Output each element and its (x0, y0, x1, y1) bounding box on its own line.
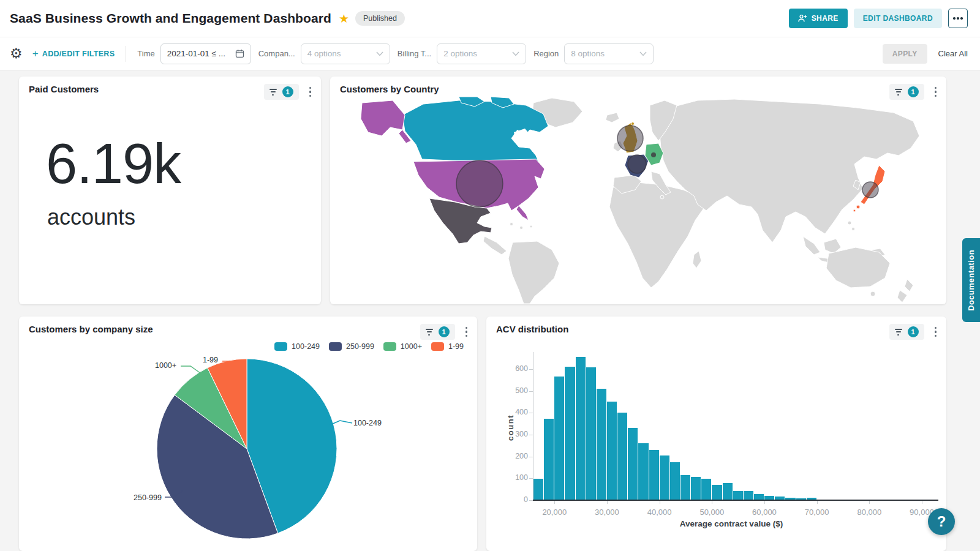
histogram-bar-52000[interactable] (723, 483, 733, 500)
region-value: 8 options (571, 49, 639, 58)
add-edit-filters-button[interactable]: + ADD/EDIT FILTERS (32, 48, 115, 60)
histogram-bar-46000[interactable] (691, 477, 701, 500)
card-title-paid-customers: Paid Customers (29, 84, 99, 94)
filter-funnel-icon (270, 89, 277, 96)
more-options-button[interactable] (948, 9, 968, 28)
widget-filter-indicator[interactable]: 1 (420, 324, 455, 340)
filter-settings-gear-icon[interactable]: ⚙ (10, 47, 23, 61)
card-title-acv-distribution: ACV distribution (496, 324, 568, 334)
y-tick-label: 300 (503, 430, 528, 438)
widget-menu-kebab[interactable] (933, 324, 938, 340)
histogram-bar-24000[interactable] (576, 357, 586, 500)
pie-chart[interactable] (156, 358, 337, 539)
legend-swatch (274, 342, 287, 351)
histogram-bar-36000[interactable] (638, 443, 648, 500)
region-select[interactable]: 8 options (564, 43, 654, 64)
legend-item-100-249[interactable]: 100-249 (274, 342, 320, 351)
widget-filter-indicator[interactable]: 1 (889, 324, 924, 340)
pie-legend: 100-249250-9991000+1-99 (274, 342, 464, 351)
histogram-bar-40000[interactable] (660, 455, 669, 500)
legend-label: 100-249 (292, 342, 320, 351)
histogram-bar-28000[interactable] (597, 389, 606, 500)
x-tick-label: 60,000 (752, 508, 777, 517)
bubble-france[interactable] (628, 155, 646, 173)
company-size-select[interactable]: 4 options (301, 43, 390, 64)
dot (953, 17, 956, 20)
pie-label-250-999: 250-999 (134, 493, 162, 502)
bubble-germany[interactable] (651, 152, 656, 157)
card-title-company-size: Customers by company size (29, 324, 153, 334)
y-tick-label: 200 (503, 452, 528, 460)
bubble-usa[interactable] (456, 160, 503, 207)
dot (957, 17, 959, 20)
filter-funnel-icon (426, 329, 433, 335)
legend-item-1000+[interactable]: 1000+ (383, 342, 422, 351)
pie-leader-line (222, 359, 246, 374)
country-florida (516, 206, 529, 220)
bubble-japan[interactable] (862, 182, 878, 198)
y-tick-label: 0 (503, 495, 528, 504)
documentation-tab[interactable]: Documentation (962, 238, 980, 322)
widget-filter-indicator[interactable]: 1 (264, 84, 299, 100)
billing-type-value: 2 options (443, 49, 512, 58)
histogram-bar-26000[interactable] (586, 367, 596, 500)
help-button[interactable]: ? (928, 508, 955, 535)
histogram-bar-50000[interactable] (712, 485, 722, 500)
plus-icon: + (32, 48, 39, 60)
widget-menu-kebab[interactable] (308, 84, 313, 100)
clear-all-button[interactable]: Clear All (938, 49, 968, 58)
histogram-bar-42000[interactable] (670, 462, 680, 500)
histogram-bar-48000[interactable] (701, 479, 711, 500)
y-tick-label: 100 (503, 473, 528, 482)
favorite-star-icon[interactable]: ★ (339, 12, 349, 26)
share-button[interactable]: SHARE (789, 9, 848, 28)
histogram-bar-22000[interactable] (565, 367, 575, 500)
histogram-bar-32000[interactable] (617, 413, 627, 500)
apply-button[interactable]: APPLY (883, 44, 927, 64)
histogram-bar-30000[interactable] (607, 402, 617, 500)
time-range-input[interactable]: 2021-01-01 ≤ ... (160, 43, 251, 64)
filter-count-badge: 1 (282, 86, 293, 97)
pie-leader-line (181, 364, 203, 375)
filter-group-company-size: Compan... 4 options (258, 43, 390, 64)
card-acv-distribution: ACV distribution 1 count 010020030040050… (486, 317, 946, 551)
company-size-value: 4 options (307, 49, 376, 58)
widget-menu-kebab[interactable] (464, 324, 469, 340)
filter-label-company-size: Compan... (258, 49, 295, 58)
filter-bar: ⚙ + ADD/EDIT FILTERS Time 2021-01-01 ≤ .… (0, 37, 980, 70)
x-tick-label: 40,000 (647, 508, 672, 517)
madagascar (693, 251, 701, 268)
chevron-down-icon (376, 51, 383, 56)
legend-label: 250-999 (346, 342, 374, 351)
country-alaska[interactable] (361, 100, 405, 136)
bubble-uk[interactable] (617, 126, 643, 151)
card-customers-by-country: Customers by Country 1 (330, 77, 946, 304)
histogram-bars[interactable] (533, 354, 922, 500)
legend-swatch (431, 342, 444, 351)
filter-group-region: Region 8 options (533, 43, 654, 64)
legend-swatch (383, 342, 396, 351)
y-tick-label: 500 (503, 386, 528, 395)
histogram-bar-20000[interactable] (554, 377, 564, 500)
sumatra (803, 236, 820, 255)
histogram-bar-18000[interactable] (544, 419, 554, 500)
histogram-bar-44000[interactable] (680, 475, 690, 500)
billing-type-select[interactable]: 2 options (437, 43, 526, 64)
card-title-customers-by-country: Customers by Country (340, 84, 439, 94)
y-tick-label: 400 (503, 408, 528, 416)
x-tick-label: 20,000 (542, 508, 567, 517)
south-america (508, 241, 559, 304)
histogram-bar-16000[interactable] (533, 479, 543, 500)
edit-dashboard-button[interactable]: EDIT DASHBOARD (854, 9, 942, 28)
legend-item-1-99[interactable]: 1-99 (431, 342, 464, 351)
histogram-bar-56000[interactable] (744, 491, 753, 500)
histogram-bar-54000[interactable] (733, 491, 743, 500)
pie-leader-line (165, 490, 184, 499)
filter-count-badge: 1 (908, 86, 919, 97)
histogram-bar-38000[interactable] (649, 450, 659, 500)
x-tick-label: 30,000 (595, 508, 619, 517)
histogram-bar-34000[interactable] (628, 428, 638, 500)
filter-label-region: Region (533, 49, 559, 58)
legend-item-250-999[interactable]: 250-999 (329, 342, 374, 351)
world-map[interactable] (330, 97, 946, 304)
